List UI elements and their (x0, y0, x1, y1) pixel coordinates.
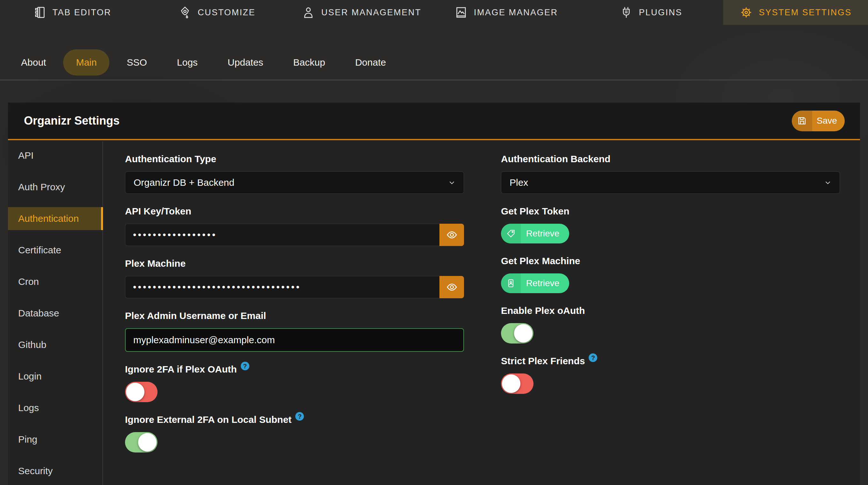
eye-icon (446, 229, 458, 240)
authentication-form: Authentication Type Organizr DB + Backen… (103, 141, 860, 485)
save-floppy-icon (797, 116, 807, 126)
chevron-down-icon (448, 179, 455, 186)
toggle-knob (514, 324, 532, 343)
ignore-external-2fa-label: Ignore External 2FA on Local Subnet (125, 414, 291, 425)
field-strict-plex-friends: Strict Plex Friends ? (501, 355, 840, 394)
api-key-token-label: API Key/Token (125, 205, 464, 217)
toggle-knob (126, 383, 145, 401)
plex-admin-label: Plex Admin Username or Email (125, 310, 464, 322)
plex-machine-input[interactable]: •••••••••••••••••••••••••••••••••• (125, 276, 439, 298)
plugins-icon (620, 6, 633, 19)
retrieve-plex-machine-label: Retrieve (521, 273, 569, 293)
eye-icon (446, 281, 458, 293)
field-authentication-backend: Authentication Backend Plex (501, 153, 840, 194)
organizr-settings-panel: Organizr Settings Save API Auth Proxy Au… (8, 103, 860, 485)
api-key-token-input[interactable]: ••••••••••••••••• (125, 224, 439, 246)
sidebar-item-cron[interactable]: Cron (8, 270, 102, 293)
panel-body: API Auth Proxy Authentication Certificat… (8, 141, 860, 485)
field-ignore-2fa-plex-oauth: Ignore 2FA if Plex OAuth ? (125, 364, 464, 402)
tab-logs[interactable]: Logs (164, 50, 211, 75)
strict-plex-friends-label: Strict Plex Friends (501, 355, 585, 367)
ignore-2fa-plex-oauth-toggle[interactable] (125, 382, 158, 402)
strict-plex-friends-toggle[interactable] (501, 374, 533, 394)
tab-sso[interactable]: SSO (114, 50, 159, 75)
tag-icon (506, 229, 515, 238)
nav-item-label: IMAGE MANAGER (474, 8, 558, 18)
enable-plex-oauth-toggle[interactable] (501, 323, 533, 344)
nav-item-tab-editor[interactable]: TAB EDITOR (0, 0, 145, 25)
device-badge-icon (506, 279, 515, 288)
retrieve-plex-machine-button[interactable]: Retrieve (501, 273, 569, 293)
sidebar-item-auth-proxy[interactable]: Auth Proxy (8, 175, 102, 198)
help-icon[interactable]: ? (241, 362, 249, 370)
sidebar-item-certificate[interactable]: Certificate (8, 239, 102, 262)
tab-about[interactable]: About (8, 50, 59, 75)
plex-machine-masked-value: •••••••••••••••••••••••••••••••••• (133, 276, 301, 298)
field-plex-admin: Plex Admin Username or Email myplexadmin… (125, 310, 464, 352)
sidebar-item-database[interactable]: Database (8, 302, 102, 325)
authentication-type-select[interactable]: Organizr DB + Backend (125, 171, 464, 194)
nav-item-label: TAB EDITOR (53, 8, 112, 18)
tab-backup[interactable]: Backup (281, 50, 338, 75)
field-ignore-external-2fa: Ignore External 2FA on Local Subnet ? (125, 414, 464, 452)
api-key-token-masked-value: ••••••••••••••••• (133, 224, 217, 246)
nav-item-label: CUSTOMIZE (198, 8, 255, 18)
plex-machine-label: Plex Machine (125, 258, 464, 269)
nav-item-plugins[interactable]: PLUGINS (579, 0, 723, 25)
ignore-external-2fa-toggle[interactable] (125, 432, 158, 452)
plex-machine-reveal-button[interactable] (439, 276, 464, 298)
nav-item-system-settings[interactable]: SYSTEM SETTINGS (723, 0, 868, 25)
sidebar-item-ping[interactable]: Ping (8, 428, 102, 451)
ignore-2fa-plex-oauth-label: Ignore 2FA if Plex OAuth (125, 364, 237, 375)
authentication-backend-select[interactable]: Plex (501, 171, 840, 194)
toggle-knob (138, 433, 157, 452)
retrieve-plex-token-label: Retrieve (521, 224, 569, 244)
sidebar-item-api[interactable]: API (8, 144, 102, 167)
field-authentication-type: Authentication Type Organizr DB + Backen… (125, 153, 464, 194)
tabs-divider (0, 80, 868, 80)
authentication-type-label: Authentication Type (125, 153, 464, 165)
field-get-plex-machine: Get Plex Machine Retrieve (501, 255, 840, 293)
authentication-backend-value: Plex (509, 177, 824, 188)
tab-main[interactable]: Main (63, 50, 110, 75)
nav-item-label: SYSTEM SETTINGS (759, 8, 852, 18)
user-management-icon (302, 6, 315, 19)
system-settings-gear-icon (740, 6, 752, 19)
settings-tabs: About Main SSO Logs Updates Backup Donat… (8, 50, 399, 75)
field-get-plex-token: Get Plex Token Retrieve (501, 205, 840, 244)
save-button[interactable]: Save (792, 110, 845, 131)
get-plex-token-label: Get Plex Token (501, 205, 840, 217)
save-button-label: Save (812, 110, 845, 131)
help-icon[interactable]: ? (589, 353, 597, 362)
plex-admin-value: myplexadminuser@example.com (133, 334, 275, 346)
panel-header: Organizr Settings Save (8, 103, 860, 140)
toggle-knob (502, 375, 520, 393)
nav-item-image-manager[interactable]: IMAGE MANAGER (434, 0, 579, 25)
sidebar-item-login[interactable]: Login (8, 365, 102, 388)
plex-admin-input[interactable]: myplexadminuser@example.com (125, 328, 464, 352)
sidebar-item-github[interactable]: Github (8, 333, 102, 356)
nav-item-customize[interactable]: CUSTOMIZE (145, 0, 289, 25)
sidebar-item-security[interactable]: Security (8, 459, 102, 482)
customize-icon (179, 6, 191, 19)
tab-editor-icon (33, 6, 46, 19)
enable-plex-oauth-label: Enable Plex oAuth (501, 305, 840, 317)
nav-item-user-management[interactable]: USER MANAGEMENT (289, 0, 434, 25)
api-key-reveal-button[interactable] (439, 224, 464, 246)
help-icon[interactable]: ? (295, 412, 304, 421)
field-enable-plex-oauth: Enable Plex oAuth (501, 305, 840, 344)
tab-updates[interactable]: Updates (215, 50, 276, 75)
panel-title: Organizr Settings (24, 114, 120, 127)
authentication-backend-label: Authentication Backend (501, 153, 840, 165)
get-plex-machine-label: Get Plex Machine (501, 255, 840, 267)
sidebar-item-authentication[interactable]: Authentication (8, 207, 102, 230)
nav-item-label: USER MANAGEMENT (321, 8, 421, 18)
sidebar-item-logs[interactable]: Logs (8, 396, 102, 419)
field-api-key-token: API Key/Token ••••••••••••••••• (125, 205, 464, 246)
tab-donate[interactable]: Donate (342, 50, 399, 75)
top-navbar: TAB EDITOR CUSTOMIZE USER MANAGEMENT IMA… (0, 0, 868, 25)
settings-sidebar: API Auth Proxy Authentication Certificat… (8, 141, 103, 485)
authentication-type-value: Organizr DB + Backend (134, 177, 448, 188)
retrieve-plex-token-button[interactable]: Retrieve (501, 224, 569, 244)
nav-item-label: PLUGINS (639, 8, 682, 18)
